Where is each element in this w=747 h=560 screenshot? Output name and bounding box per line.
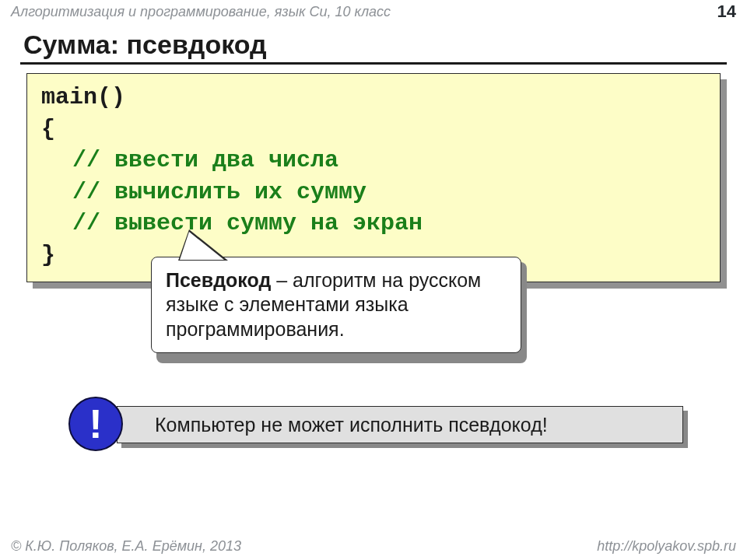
page-number: 14 — [717, 2, 736, 22]
footer-url: http://kpolyakov.spb.ru — [597, 538, 736, 555]
code-line: main() — [41, 82, 706, 114]
code-line: { — [41, 114, 706, 145]
alert-text: Компьютер не может исполнить псевдокод! — [155, 414, 548, 436]
code-content: main() { // ввести два числа // вычислит… — [26, 73, 721, 282]
code-comment: // вывести сумму на экран — [41, 208, 706, 240]
code-block: main() { // ввести два числа // вычислит… — [26, 73, 721, 282]
badge-glyph: ! — [89, 404, 102, 444]
callout-box: Псевдокод – алгоритм на русском языке с … — [151, 257, 521, 353]
footer-bar: © К.Ю. Поляков, Е.А. Ерёмин, 2013 http:/… — [0, 537, 747, 560]
code-comment: // ввести два числа — [41, 145, 706, 177]
title-underline — [20, 62, 727, 65]
slide-title: Сумма: псевдокод — [23, 30, 267, 60]
alert: Компьютер не может исполнить псевдокод! … — [68, 403, 684, 448]
alert-bar: Компьютер не может исполнить псевдокод! — [117, 406, 683, 443]
course-title: Алгоритмизация и программирование, язык … — [11, 4, 391, 20]
code-comment: // вычислить их сумму — [41, 177, 706, 208]
callout-term: Псевдокод — [166, 269, 271, 291]
footer-authors: © К.Ю. Поляков, Е.А. Ерёмин, 2013 — [11, 538, 241, 555]
exclamation-icon: ! — [68, 397, 123, 451]
definition-callout: Псевдокод – алгоритм на русском языке с … — [151, 257, 521, 353]
header-bar: Алгоритмизация и программирование, язык … — [0, 0, 747, 23]
